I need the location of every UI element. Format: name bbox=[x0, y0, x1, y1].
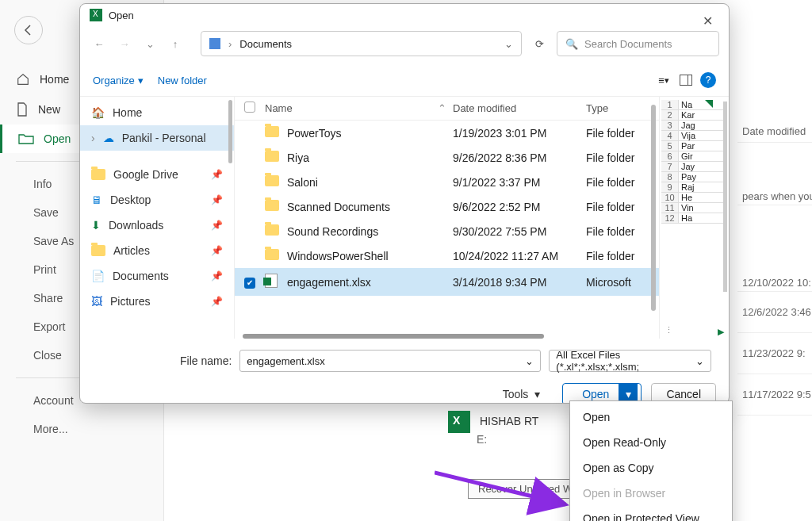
navigation-pane: 🏠Home ›☁Pankil - Personal Google Drive📌 … bbox=[80, 97, 235, 339]
nav-downloads[interactable]: ⬇Downloads📌 bbox=[80, 213, 234, 238]
filter-text: All Excel Files (*.xl*;*.xlsx;*.xlsm; bbox=[556, 349, 695, 373]
pictures-icon: 🖼 bbox=[91, 295, 102, 308]
column-date[interactable]: Date modified bbox=[453, 102, 580, 114]
file-type-filter[interactable]: All Excel Files (*.xl*;*.xlsx;*.xlsm; ⌄ bbox=[549, 350, 711, 372]
preview-more-icon[interactable]: ⋮ bbox=[665, 325, 673, 335]
chevron-down-icon[interactable]: ⌄ bbox=[525, 355, 534, 367]
pin-icon[interactable]: 📌 bbox=[211, 245, 223, 256]
nav-back[interactable]: ← bbox=[90, 34, 109, 53]
file-row[interactable]: Scanned Documents9/6/2022 2:52 PMFile fo… bbox=[235, 194, 659, 219]
chevron-down-icon[interactable]: ⌄ bbox=[695, 355, 704, 367]
nav-recent[interactable]: ⌄ bbox=[140, 34, 159, 53]
open-menu-copy[interactable]: Open as Copy bbox=[570, 455, 732, 481]
chevron-down-icon[interactable]: ⌄ bbox=[504, 38, 513, 50]
pin-icon[interactable]: 📌 bbox=[211, 220, 223, 231]
tools-button[interactable]: Tools ▾ bbox=[503, 388, 540, 400]
search-icon: 🔍 bbox=[565, 38, 578, 50]
search-input[interactable]: 🔍 Search Documents bbox=[557, 31, 719, 56]
open-menu-open[interactable]: Open bbox=[570, 404, 732, 430]
search-placeholder: Search Documents bbox=[584, 38, 672, 50]
path-text: Documents bbox=[239, 38, 292, 50]
background-content: Date modified pears when you h 12/10/202… bbox=[737, 0, 812, 521]
backstage-more[interactable]: More... bbox=[0, 415, 163, 443]
back-button[interactable] bbox=[14, 16, 43, 44]
folder-icon bbox=[265, 224, 279, 236]
file-row[interactable]: PowerToys1/19/2023 3:01 PMFile folder bbox=[235, 121, 659, 145]
open-dialog: Open ✕ ← → ⌄ ↑ › Documents ⌄ ⟳ 🔍 Search … bbox=[79, 3, 730, 404]
preview-pane: 1Na2Kar3Jag4Vija5Par6Gir7Jay8Pay9Raj10He… bbox=[659, 97, 729, 339]
excel-icon bbox=[90, 9, 102, 21]
nav-scrollbar[interactable] bbox=[228, 100, 232, 163]
open-menu-protected[interactable]: Open in Protected View bbox=[570, 506, 732, 521]
nav-documents[interactable]: 📄Documents📌 bbox=[80, 263, 234, 289]
pin-icon[interactable]: 📌 bbox=[211, 169, 223, 180]
selection-corner bbox=[705, 100, 713, 108]
folder-icon bbox=[265, 249, 279, 260]
backstage-home-label: Home bbox=[40, 73, 69, 86]
behind-header: Date modified bbox=[737, 0, 812, 143]
file-row[interactable]: engagement.xlsx3/14/2018 9:34 PMMicrosof… bbox=[235, 268, 659, 296]
open-split-menu: Open Open Read-Only Open as Copy Open in… bbox=[569, 400, 733, 521]
folder-icon bbox=[265, 126, 279, 137]
nav-gdrive[interactable]: Google Drive📌 bbox=[80, 162, 234, 187]
view-preview-icon[interactable] bbox=[680, 75, 692, 86]
dialog-toolbar: Organize ▾ New folder ≡ ▾ ? bbox=[80, 67, 729, 97]
behind-row: 12/6/2022 3:46 bbox=[737, 292, 812, 333]
file-list-header: Name ⌃ Date modified Type bbox=[235, 97, 659, 121]
dialog-nav: ← → ⌄ ↑ › Documents ⌄ ⟳ 🔍 Search Documen… bbox=[80, 26, 729, 67]
view-list-icon[interactable]: ≡ ▾ bbox=[656, 72, 672, 88]
filename-input[interactable]: engagement.xlsx ⌄ bbox=[239, 350, 541, 372]
organize-button[interactable]: Organize ▾ bbox=[93, 75, 144, 86]
folder-icon bbox=[91, 169, 105, 180]
doc-icon: 📄 bbox=[91, 270, 105, 282]
recent-path: E: bbox=[477, 433, 487, 446]
xlsx-icon bbox=[265, 274, 278, 288]
file-scrollbar[interactable] bbox=[651, 105, 656, 311]
new-folder-button[interactable]: New folder bbox=[158, 75, 207, 86]
behind-row: 11/17/2022 9:5 bbox=[737, 374, 812, 416]
recent-file-behind[interactable]: HISHAB RT E: bbox=[448, 411, 538, 446]
dialog-titlebar: Open bbox=[80, 4, 729, 26]
dialog-bottom: File name: engagement.xlsx ⌄ All Excel F… bbox=[80, 339, 729, 404]
dialog-title: Open bbox=[109, 10, 134, 21]
pin-icon[interactable]: 📌 bbox=[211, 194, 223, 205]
home-icon: 🏠 bbox=[91, 106, 105, 119]
file-row[interactable]: WindowsPowerShell10/24/2022 11:27 AMFile… bbox=[235, 243, 659, 268]
filename-label: File name: bbox=[180, 354, 232, 367]
pin-icon[interactable]: 📌 bbox=[211, 296, 223, 307]
pin-icon[interactable]: 📌 bbox=[211, 270, 223, 282]
help-icon[interactable]: ? bbox=[700, 72, 716, 88]
documents-icon bbox=[209, 38, 220, 49]
nav-pictures[interactable]: 🖼Pictures📌 bbox=[80, 289, 234, 314]
preview-scrollbar[interactable] bbox=[723, 102, 727, 292]
download-icon: ⬇ bbox=[91, 219, 101, 232]
open-menu-browser: Open in Browser bbox=[570, 481, 732, 506]
open-menu-readonly[interactable]: Open Read-Only bbox=[570, 430, 732, 455]
close-button[interactable]: ✕ bbox=[695, 10, 721, 32]
nav-personal[interactable]: ›☁Pankil - Personal bbox=[80, 125, 234, 151]
behind-row: 12/10/2022 10: bbox=[737, 205, 812, 292]
folder-icon bbox=[265, 175, 279, 186]
nav-desktop[interactable]: 🖥Desktop📌 bbox=[80, 187, 234, 213]
cloud-icon: ☁ bbox=[103, 132, 114, 144]
column-type[interactable]: Type bbox=[586, 102, 649, 114]
nav-articles[interactable]: Articles📌 bbox=[80, 238, 234, 263]
file-hscrollbar[interactable] bbox=[243, 334, 544, 339]
behind-hint: pears when you h bbox=[737, 143, 812, 205]
folder-icon bbox=[265, 151, 279, 162]
nav-up[interactable]: ↑ bbox=[166, 34, 185, 53]
nav-forward[interactable]: → bbox=[115, 34, 134, 53]
preview-next-icon[interactable]: ▶ bbox=[718, 327, 724, 337]
folder-icon bbox=[91, 245, 105, 256]
recent-filename: HISHAB RT bbox=[480, 415, 538, 427]
file-row[interactable]: Saloni9/1/2022 3:37 PMFile folder bbox=[235, 170, 659, 194]
nav-home[interactable]: 🏠Home bbox=[80, 100, 234, 125]
column-name[interactable]: Name bbox=[265, 102, 431, 114]
refresh-button[interactable]: ⟳ bbox=[528, 38, 550, 50]
folder-icon bbox=[265, 200, 279, 211]
file-row[interactable]: Sound Recordings9/30/2022 7:55 PMFile fo… bbox=[235, 219, 659, 243]
path-box[interactable]: › Documents ⌄ bbox=[201, 31, 522, 56]
recover-unsaved-button[interactable]: Recover Unsaved W bbox=[468, 479, 583, 499]
desktop-icon: 🖥 bbox=[91, 193, 102, 206]
file-row[interactable]: Riya9/26/2022 8:36 PMFile folder bbox=[235, 145, 659, 170]
